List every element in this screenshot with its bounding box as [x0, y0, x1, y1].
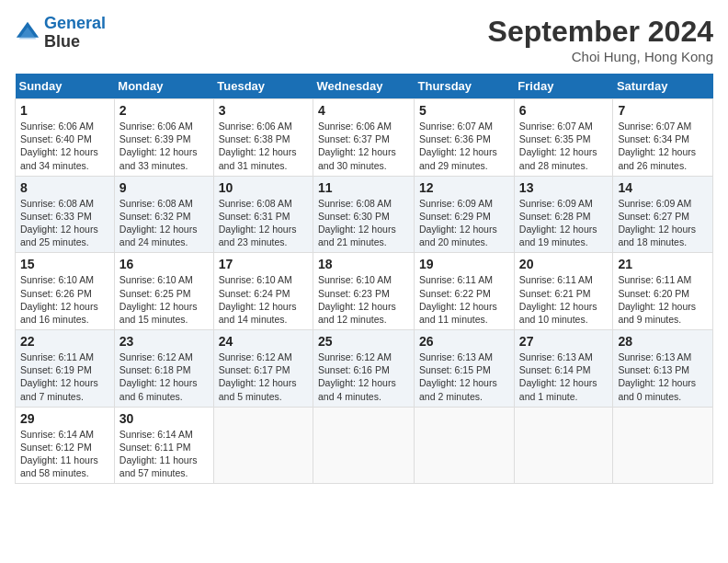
day-number: 17 — [219, 257, 308, 271]
day-info: Sunrise: 6:06 AM Sunset: 6:37 PM Dayligh… — [318, 120, 409, 172]
day-number: 28 — [618, 334, 708, 349]
day-number: 18 — [318, 257, 409, 271]
weekday-header-cell: Tuesday — [213, 74, 313, 99]
day-number: 7 — [618, 103, 708, 118]
day-info: Sunrise: 6:10 AM Sunset: 6:26 PM Dayligh… — [20, 273, 109, 326]
day-info: Sunrise: 6:07 AM Sunset: 6:35 PM Dayligh… — [519, 120, 609, 172]
calendar-day-cell: 13 Sunrise: 6:09 AM Sunset: 6:28 PM Dayl… — [514, 176, 613, 253]
calendar-day-cell: 1 Sunrise: 6:06 AM Sunset: 6:40 PM Dayli… — [16, 99, 115, 177]
day-info: Sunrise: 6:10 AM Sunset: 6:24 PM Dayligh… — [219, 273, 308, 326]
day-number: 30 — [119, 411, 209, 426]
day-number: 29 — [20, 411, 109, 426]
logo-text: GeneralBlue — [44, 15, 106, 52]
calendar-day-cell — [213, 407, 313, 484]
day-number: 8 — [20, 180, 109, 195]
calendar-day-cell: 24 Sunrise: 6:12 AM Sunset: 6:17 PM Dayl… — [213, 330, 313, 408]
day-number: 22 — [20, 334, 109, 349]
calendar-week-row: 8 Sunrise: 6:08 AM Sunset: 6:33 PM Dayli… — [16, 176, 713, 253]
day-info: Sunrise: 6:13 AM Sunset: 6:15 PM Dayligh… — [419, 350, 509, 403]
day-info: Sunrise: 6:08 AM Sunset: 6:31 PM Dayligh… — [219, 197, 308, 249]
calendar-day-cell: 21 Sunrise: 6:11 AM Sunset: 6:20 PM Dayl… — [613, 253, 713, 330]
day-info: Sunrise: 6:13 AM Sunset: 6:13 PM Dayligh… — [618, 350, 708, 403]
calendar-week-row: 15 Sunrise: 6:10 AM Sunset: 6:26 PM Dayl… — [16, 253, 713, 330]
calendar-day-cell: 11 Sunrise: 6:08 AM Sunset: 6:30 PM Dayl… — [313, 176, 415, 253]
day-info: Sunrise: 6:12 AM Sunset: 6:17 PM Dayligh… — [219, 350, 308, 403]
calendar-day-cell: 5 Sunrise: 6:07 AM Sunset: 6:36 PM Dayli… — [415, 99, 515, 177]
title-block: September 2024 Choi Hung, Hong Kong — [488, 15, 713, 64]
calendar-day-cell: 16 Sunrise: 6:10 AM Sunset: 6:25 PM Dayl… — [114, 253, 213, 330]
calendar-day-cell: 20 Sunrise: 6:11 AM Sunset: 6:21 PM Dayl… — [514, 253, 613, 330]
calendar-day-cell: 22 Sunrise: 6:11 AM Sunset: 6:19 PM Dayl… — [16, 330, 115, 408]
day-number: 13 — [519, 180, 609, 195]
calendar-day-cell: 19 Sunrise: 6:11 AM Sunset: 6:22 PM Dayl… — [415, 253, 515, 330]
day-info: Sunrise: 6:11 AM Sunset: 6:22 PM Dayligh… — [419, 273, 509, 326]
day-number: 2 — [119, 103, 209, 118]
day-number: 11 — [318, 180, 409, 195]
day-number: 23 — [119, 334, 209, 349]
calendar-week-row: 1 Sunrise: 6:06 AM Sunset: 6:40 PM Dayli… — [16, 99, 713, 177]
logo-icon — [15, 20, 40, 46]
calendar-day-cell — [313, 407, 415, 484]
day-info: Sunrise: 6:11 AM Sunset: 6:20 PM Dayligh… — [618, 273, 708, 326]
day-info: Sunrise: 6:09 AM Sunset: 6:28 PM Dayligh… — [519, 197, 609, 249]
day-info: Sunrise: 6:08 AM Sunset: 6:32 PM Dayligh… — [119, 197, 209, 249]
day-number: 20 — [519, 257, 609, 271]
weekday-header-cell: Wednesday — [313, 74, 415, 99]
calendar-week-row: 29 Sunrise: 6:14 AM Sunset: 6:12 PM Dayl… — [16, 407, 713, 484]
calendar-day-cell: 3 Sunrise: 6:06 AM Sunset: 6:38 PM Dayli… — [213, 99, 313, 177]
day-number: 15 — [20, 257, 109, 271]
calendar-day-cell: 9 Sunrise: 6:08 AM Sunset: 6:32 PM Dayli… — [114, 176, 213, 253]
day-number: 16 — [119, 257, 209, 271]
day-info: Sunrise: 6:09 AM Sunset: 6:27 PM Dayligh… — [618, 197, 708, 249]
calendar-day-cell: 14 Sunrise: 6:09 AM Sunset: 6:27 PM Dayl… — [613, 176, 713, 253]
month-title: September 2024 — [488, 15, 713, 49]
day-info: Sunrise: 6:11 AM Sunset: 6:21 PM Dayligh… — [519, 273, 609, 326]
day-number: 27 — [519, 334, 609, 349]
day-info: Sunrise: 6:09 AM Sunset: 6:29 PM Dayligh… — [419, 197, 509, 249]
calendar-day-cell: 23 Sunrise: 6:12 AM Sunset: 6:18 PM Dayl… — [114, 330, 213, 408]
logo: GeneralBlue — [15, 15, 106, 52]
day-info: Sunrise: 6:07 AM Sunset: 6:34 PM Dayligh… — [618, 120, 708, 172]
weekday-header-cell: Sunday — [16, 74, 115, 99]
calendar-day-cell: 7 Sunrise: 6:07 AM Sunset: 6:34 PM Dayli… — [613, 99, 713, 177]
day-number: 14 — [618, 180, 708, 195]
calendar-day-cell: 30 Sunrise: 6:14 AM Sunset: 6:11 PM Dayl… — [114, 407, 213, 484]
calendar-day-cell: 26 Sunrise: 6:13 AM Sunset: 6:15 PM Dayl… — [415, 330, 515, 408]
calendar-day-cell: 28 Sunrise: 6:13 AM Sunset: 6:13 PM Dayl… — [613, 330, 713, 408]
calendar-day-cell: 10 Sunrise: 6:08 AM Sunset: 6:31 PM Dayl… — [213, 176, 313, 253]
day-info: Sunrise: 6:07 AM Sunset: 6:36 PM Dayligh… — [419, 120, 509, 172]
calendar-day-cell: 18 Sunrise: 6:10 AM Sunset: 6:23 PM Dayl… — [313, 253, 415, 330]
calendar-day-cell: 29 Sunrise: 6:14 AM Sunset: 6:12 PM Dayl… — [16, 407, 115, 484]
day-number: 10 — [219, 180, 308, 195]
calendar-day-cell: 4 Sunrise: 6:06 AM Sunset: 6:37 PM Dayli… — [313, 99, 415, 177]
weekday-header-row: SundayMondayTuesdayWednesdayThursdayFrid… — [16, 74, 713, 99]
weekday-header-cell: Thursday — [415, 74, 515, 99]
day-info: Sunrise: 6:10 AM Sunset: 6:25 PM Dayligh… — [119, 273, 209, 326]
calendar-day-cell — [514, 407, 613, 484]
day-info: Sunrise: 6:14 AM Sunset: 6:12 PM Dayligh… — [20, 428, 109, 480]
calendar-day-cell: 27 Sunrise: 6:13 AM Sunset: 6:14 PM Dayl… — [514, 330, 613, 408]
day-info: Sunrise: 6:10 AM Sunset: 6:23 PM Dayligh… — [318, 273, 409, 326]
calendar-header: GeneralBlue September 2024 Choi Hung, Ho… — [15, 15, 713, 64]
calendar-body: 1 Sunrise: 6:06 AM Sunset: 6:40 PM Dayli… — [16, 99, 713, 484]
day-number: 21 — [618, 257, 708, 271]
calendar-day-cell: 25 Sunrise: 6:12 AM Sunset: 6:16 PM Dayl… — [313, 330, 415, 408]
day-number: 26 — [419, 334, 509, 349]
day-number: 9 — [119, 180, 209, 195]
location: Choi Hung, Hong Kong — [488, 49, 713, 64]
day-number: 19 — [419, 257, 509, 271]
day-info: Sunrise: 6:12 AM Sunset: 6:16 PM Dayligh… — [318, 350, 409, 403]
day-info: Sunrise: 6:06 AM Sunset: 6:38 PM Dayligh… — [219, 120, 308, 172]
day-number: 12 — [419, 180, 509, 195]
day-number: 5 — [419, 103, 509, 118]
calendar-day-cell — [613, 407, 713, 484]
weekday-header-cell: Friday — [514, 74, 613, 99]
weekday-header-cell: Monday — [114, 74, 213, 99]
day-info: Sunrise: 6:08 AM Sunset: 6:33 PM Dayligh… — [20, 197, 109, 249]
calendar-day-cell — [415, 407, 515, 484]
calendar-day-cell: 2 Sunrise: 6:06 AM Sunset: 6:39 PM Dayli… — [114, 99, 213, 177]
day-number: 1 — [20, 103, 109, 118]
calendar-day-cell: 8 Sunrise: 6:08 AM Sunset: 6:33 PM Dayli… — [16, 176, 115, 253]
day-info: Sunrise: 6:12 AM Sunset: 6:18 PM Dayligh… — [119, 350, 209, 403]
day-number: 4 — [318, 103, 409, 118]
